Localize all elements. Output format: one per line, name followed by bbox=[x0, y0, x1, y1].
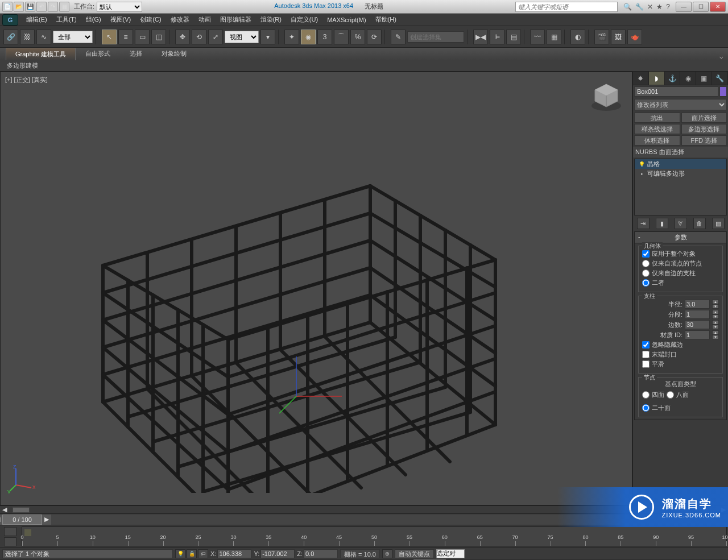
spin-down-icon[interactable]: ▼ bbox=[712, 314, 719, 319]
rollout-header[interactable]: -参数 bbox=[635, 232, 726, 243]
snap-toggle-icon[interactable]: ◉ bbox=[301, 30, 316, 44]
radio-struts-edges[interactable]: 仅来自边的支柱 bbox=[642, 269, 719, 277]
bulb-icon[interactable]: 💡 bbox=[638, 161, 645, 168]
btn-face-select[interactable]: 面片选择 bbox=[681, 113, 727, 123]
spin-down-icon[interactable]: ▼ bbox=[712, 335, 719, 339]
close-button[interactable]: ✕ bbox=[710, 2, 726, 12]
menu-views[interactable]: 视图(V) bbox=[106, 15, 136, 24]
ribbon-tab-selection[interactable]: 选择 bbox=[120, 47, 152, 60]
unlink-icon[interactable]: ⛓ bbox=[20, 30, 35, 44]
key-icon[interactable]: 🔧 bbox=[635, 3, 644, 11]
star-icon[interactable]: ★ bbox=[656, 3, 663, 11]
coord-x-input[interactable] bbox=[217, 549, 251, 558]
mirror-icon[interactable]: ▶◀ bbox=[473, 30, 488, 44]
ignore-hidden-checkbox[interactable]: 忽略隐藏边 bbox=[642, 341, 719, 349]
time-slider[interactable]: ◀ 0 / 100 ▶ bbox=[2, 515, 726, 525]
percent-snap-icon[interactable]: % bbox=[350, 30, 365, 44]
link-icon[interactable]: 🔗 bbox=[3, 30, 18, 44]
manipulate-icon[interactable]: ✦ bbox=[284, 30, 299, 44]
radius-input[interactable] bbox=[685, 300, 710, 309]
help-icon[interactable]: ? bbox=[666, 3, 670, 11]
pivot-icon[interactable]: ▾ bbox=[260, 30, 275, 44]
angle-snap-icon[interactable]: ⌒ bbox=[334, 30, 349, 44]
ribbon-tab-paint[interactable]: 对象绘制 bbox=[152, 47, 196, 60]
workspace-dropdown[interactable]: 默认 bbox=[97, 2, 142, 12]
btn-ffd-select[interactable]: FFD 选择 bbox=[681, 135, 727, 146]
align-icon[interactable]: ⊫ bbox=[490, 30, 504, 44]
modifier-stack[interactable]: 💡 晶格 ▪ 可编辑多边形 bbox=[634, 159, 727, 215]
select-object-icon[interactable]: ↖ bbox=[102, 30, 117, 44]
end-caps-checkbox[interactable]: 末端封口 bbox=[642, 350, 719, 359]
range-bar[interactable] bbox=[24, 529, 31, 536]
comm-icon[interactable]: ⊕ bbox=[382, 549, 392, 558]
ref-coord-dropdown[interactable]: 视图 bbox=[225, 31, 259, 43]
menu-group[interactable]: 组(G) bbox=[81, 15, 106, 24]
menu-help[interactable]: 帮助(H) bbox=[371, 15, 401, 24]
view-cube-icon[interactable] bbox=[589, 81, 623, 115]
tab-motion-icon[interactable]: ◉ bbox=[680, 72, 696, 85]
stack-item-lattice[interactable]: 💡 晶格 bbox=[635, 159, 726, 169]
select-window-icon[interactable]: ◫ bbox=[151, 30, 166, 44]
move-icon[interactable]: ✥ bbox=[175, 30, 190, 44]
help-search-input[interactable] bbox=[515, 2, 618, 12]
radio-octa[interactable]: 八面 bbox=[667, 391, 689, 399]
tab-create-icon[interactable]: ✸ bbox=[633, 72, 649, 85]
redo-icon[interactable]: ↷ bbox=[48, 2, 58, 12]
tab-utilities-icon[interactable]: 🔧 bbox=[712, 72, 728, 85]
menu-grapheditors[interactable]: 图形编辑器 bbox=[216, 15, 256, 24]
undo-icon[interactable]: ↶ bbox=[36, 2, 47, 12]
scroll-right-icon[interactable]: ▶ bbox=[719, 506, 728, 513]
select-name-icon[interactable]: ≡ bbox=[118, 30, 133, 44]
render-frame-icon[interactable]: 🖼 bbox=[611, 30, 626, 44]
scroll-left-icon[interactable]: ◀ bbox=[0, 506, 9, 513]
scroll-thumb[interactable] bbox=[13, 507, 30, 513]
segments-input[interactable] bbox=[685, 310, 710, 319]
named-sel-icon[interactable]: ✎ bbox=[391, 30, 406, 44]
pin-stack-icon[interactable]: ⇥ bbox=[637, 218, 650, 229]
radio-joints-verts[interactable]: 仅来自顶点的节点 bbox=[642, 259, 719, 268]
new-icon[interactable]: 📄 bbox=[2, 2, 13, 12]
show-result-icon[interactable]: ▮ bbox=[656, 218, 668, 229]
menu-modifiers[interactable]: 修改器 bbox=[166, 15, 194, 24]
tab-modify-icon[interactable]: ◗ bbox=[649, 72, 665, 85]
configure-sets-icon[interactable]: ▤ bbox=[712, 218, 725, 229]
sides-input[interactable] bbox=[685, 320, 710, 329]
menu-customize[interactable]: 自定义(U) bbox=[286, 15, 322, 24]
open-icon[interactable]: 📂 bbox=[14, 2, 24, 12]
maximize-button[interactable]: ☐ bbox=[693, 2, 709, 12]
minimize-button[interactable]: — bbox=[676, 2, 692, 12]
object-name-input[interactable] bbox=[634, 86, 718, 97]
spinner-snap-icon[interactable]: ⟳ bbox=[367, 30, 382, 44]
spin-up-icon[interactable]: ▲ bbox=[712, 330, 719, 335]
spin-down-icon[interactable]: ▼ bbox=[712, 304, 719, 309]
render-setup-icon[interactable]: 🎬 bbox=[594, 30, 609, 44]
app-menu-icon[interactable]: G bbox=[2, 14, 18, 26]
slider-next-icon[interactable]: ▶ bbox=[42, 515, 51, 525]
modifier-list-dropdown[interactable]: 修改器列表 bbox=[634, 99, 727, 110]
spin-up-icon[interactable]: ▲ bbox=[712, 300, 719, 304]
radio-icosa[interactable]: 二十面 bbox=[642, 404, 671, 412]
time-ruler[interactable]: 0510152025303540455055606570758085909510… bbox=[22, 526, 727, 546]
ribbon-panel[interactable]: 多边形建模 bbox=[0, 60, 728, 72]
make-unique-icon[interactable]: ⩔ bbox=[675, 218, 687, 229]
nurbs-button[interactable]: NURBS 曲面选择 bbox=[633, 147, 728, 157]
bind-icon[interactable]: ∿ bbox=[36, 30, 51, 44]
snap-3-icon[interactable]: 3 bbox=[317, 30, 332, 44]
viewport-scroll[interactable]: ◀ ▶ bbox=[0, 505, 728, 513]
mini-curve-icon[interactable] bbox=[4, 527, 16, 536]
scale-icon[interactable]: ⤢ bbox=[208, 30, 223, 44]
render-icon[interactable]: 🫖 bbox=[627, 30, 642, 44]
rotate-icon[interactable]: ⟲ bbox=[192, 30, 206, 44]
layers-icon[interactable]: ▤ bbox=[506, 30, 521, 44]
stack-item-editable-poly[interactable]: ▪ 可编辑多边形 bbox=[635, 169, 726, 179]
remove-modifier-icon[interactable]: 🗑 bbox=[693, 218, 706, 229]
btn-extrude[interactable]: 抗出 bbox=[634, 113, 680, 123]
lock-selection-icon[interactable]: 💡 bbox=[175, 549, 185, 558]
ribbon-collapse-icon[interactable]: ⌵ bbox=[715, 53, 728, 60]
key-selection-set[interactable] bbox=[436, 549, 465, 558]
filter-icon[interactable] bbox=[4, 537, 16, 546]
matid-input[interactable] bbox=[685, 330, 710, 339]
viewport[interactable]: [+] [正交] [真实] bbox=[0, 72, 632, 505]
ribbon-tab-graphite[interactable]: Graphite 建模工具 bbox=[6, 48, 76, 60]
lock-icon[interactable]: 🔒 bbox=[187, 549, 197, 558]
